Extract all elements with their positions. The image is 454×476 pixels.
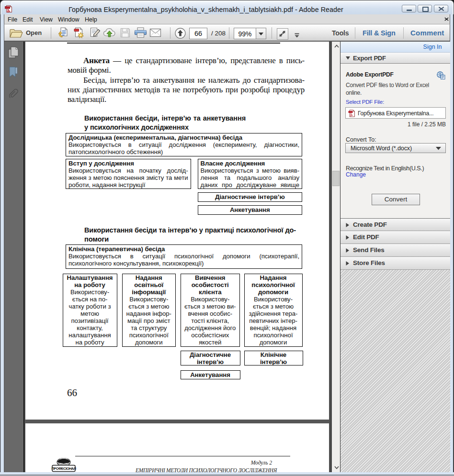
svg-text:ПРОФЕСІОНАЛ: ПРОФЕСІОНАЛ [51, 466, 76, 471]
